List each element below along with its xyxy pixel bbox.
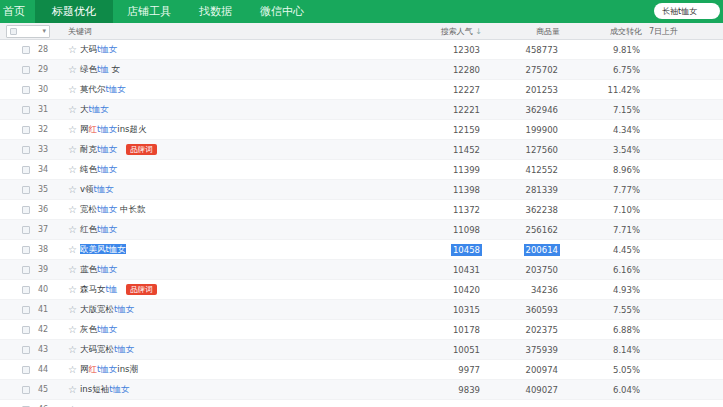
row-checkbox[interactable]: [22, 326, 30, 334]
table-row[interactable]: 43☆大码宽松t恤女100513759398.14%: [0, 340, 723, 360]
star-icon[interactable]: ☆: [68, 205, 77, 215]
row-rank: 31: [38, 105, 68, 114]
column-header-seven-day[interactable]: 7日上升: [642, 26, 723, 37]
star-icon[interactable]: ☆: [68, 385, 77, 395]
row-checkbox[interactable]: [22, 266, 30, 274]
keyword-link[interactable]: ins短袖t恤女: [80, 384, 130, 396]
popularity-cell-value: 11399: [451, 164, 482, 176]
keyword-link[interactable]: v领t恤女: [80, 184, 114, 196]
keyword-link[interactable]: 大t恤女: [80, 104, 109, 116]
table-row[interactable]: 28☆大码t恤女123034587739.81%: [0, 40, 723, 60]
row-checkbox[interactable]: [22, 146, 30, 154]
keyword-search-input[interactable]: [654, 3, 720, 19]
star-icon[interactable]: ☆: [68, 305, 77, 315]
row-checkbox[interactable]: [22, 246, 30, 254]
table-row[interactable]: 46☆: [0, 400, 723, 407]
star-icon[interactable]: ☆: [68, 345, 77, 355]
table-row[interactable]: 31☆大t恤女122213629467.15%: [0, 100, 723, 120]
keyword-link[interactable]: 红色t恤女: [80, 224, 117, 236]
conversion-value: 9.81%: [611, 44, 642, 56]
keyword-link[interactable]: 网红t恤女ins潮: [80, 364, 138, 376]
star-icon[interactable]: ☆: [68, 325, 77, 335]
column-header-conversion[interactable]: 成交转化: [560, 26, 642, 37]
row-checkbox[interactable]: [22, 366, 30, 374]
keyword-link[interactable]: 大版宽松t恤女: [80, 304, 134, 316]
row-checkbox[interactable]: [22, 46, 30, 54]
table-row[interactable]: 37☆红色t恤女110982561627.71%: [0, 220, 723, 240]
table-row[interactable]: 45☆ins短袖t恤女98394090276.04%: [0, 380, 723, 400]
table-row[interactable]: 33☆耐克t恤女品牌词114521275603.54%: [0, 140, 723, 160]
keyword-link[interactable]: 纯色t恤女: [80, 164, 117, 176]
star-icon[interactable]: ☆: [68, 265, 77, 275]
table-row[interactable]: 30☆莫代尔t恤女1222720125311.42%: [0, 80, 723, 100]
star-icon[interactable]: ☆: [68, 245, 77, 255]
star-icon[interactable]: ☆: [68, 145, 77, 155]
row-checkbox[interactable]: [22, 106, 30, 114]
select-all-dropdown[interactable]: ▾: [6, 25, 50, 38]
row-checkbox[interactable]: [22, 86, 30, 94]
table-row[interactable]: 35☆v领t恤女113982813397.77%: [0, 180, 723, 200]
sort-descending-icon[interactable]: ↓: [475, 27, 482, 36]
nav-item-find-data[interactable]: 找数据: [185, 0, 246, 23]
row-checkbox[interactable]: [22, 306, 30, 314]
star-icon[interactable]: ☆: [68, 65, 77, 75]
row-checkbox[interactable]: [22, 66, 30, 74]
products-cell-value: 362946: [524, 104, 560, 116]
row-rank: 37: [38, 225, 68, 234]
select-all-checkbox[interactable]: [10, 28, 17, 35]
keyword-link[interactable]: 大码宽松t恤女: [80, 344, 134, 356]
keyword-link[interactable]: 宽松t恤女 中长款: [80, 204, 146, 216]
table-row[interactable]: 42☆灰色t恤女101782023756.88%: [0, 320, 723, 340]
keyword-link[interactable]: 欧美风t恤女: [80, 244, 126, 256]
table-row[interactable]: 36☆宽松t恤女 中长款113723622387.10%: [0, 200, 723, 220]
table-row[interactable]: 44☆网红t恤女ins潮99772009745.05%: [0, 360, 723, 380]
conversion-cell: 11.42%: [560, 85, 642, 95]
popularity-cell: 11399: [382, 165, 482, 175]
nav-item-wechat-center[interactable]: 微信中心: [246, 0, 318, 23]
row-checkbox[interactable]: [22, 346, 30, 354]
table-row[interactable]: 29☆绿色t恤 女122802757026.75%: [0, 60, 723, 80]
nav-item-shop-tools[interactable]: 店铺工具: [113, 0, 185, 23]
products-cell: 199900: [482, 125, 560, 135]
row-checkbox[interactable]: [22, 386, 30, 394]
popularity-cell-value: 10458: [451, 244, 482, 256]
star-icon[interactable]: ☆: [68, 365, 77, 375]
keyword-link[interactable]: 绿色t恤 女: [80, 64, 120, 76]
table-row[interactable]: 40☆森马女t恤品牌词10420342364.93%: [0, 280, 723, 300]
column-header-products[interactable]: 商品量: [482, 26, 560, 37]
nav-item-home[interactable]: 首页: [0, 0, 35, 23]
keyword-link[interactable]: 耐克t恤女: [80, 144, 117, 156]
star-icon[interactable]: ☆: [68, 45, 77, 55]
table-row[interactable]: 39☆蓝色t恤女104312037506.16%: [0, 260, 723, 280]
keyword-link[interactable]: 莫代尔t恤女: [80, 84, 126, 96]
row-checkbox[interactable]: [22, 186, 30, 194]
star-icon[interactable]: ☆: [68, 165, 77, 175]
table-row[interactable]: 41☆大版宽松t恤女103153605937.55%: [0, 300, 723, 320]
row-checkbox[interactable]: [22, 206, 30, 214]
star-icon[interactable]: ☆: [68, 85, 77, 95]
popularity-cell: 11372: [382, 205, 482, 215]
star-icon[interactable]: ☆: [68, 185, 77, 195]
row-checkbox[interactable]: [22, 166, 30, 174]
conversion-value: 4.34%: [611, 124, 642, 136]
keyword-link[interactable]: 蓝色t恤女: [80, 264, 117, 276]
star-icon[interactable]: ☆: [68, 285, 77, 295]
table-row[interactable]: 34☆纯色t恤女113994125528.96%: [0, 160, 723, 180]
keyword-link[interactable]: 网红t恤女ins超火: [80, 124, 147, 136]
star-icon[interactable]: ☆: [68, 225, 77, 235]
keyword-link[interactable]: 森马女t恤: [80, 284, 117, 296]
star-icon[interactable]: ☆: [68, 105, 77, 115]
nav-item-title-optimize[interactable]: 标题优化: [35, 0, 113, 23]
keyword-link[interactable]: 灰色t恤女: [80, 324, 117, 336]
keyword-link[interactable]: 大码t恤女: [80, 44, 117, 56]
row-checkbox[interactable]: [22, 286, 30, 294]
popularity-cell-value: 12159: [451, 124, 482, 136]
table-row[interactable]: 32☆网红t恤女ins超火121591999004.34%: [0, 120, 723, 140]
popularity-cell-value: 9839: [456, 384, 482, 396]
row-checkbox[interactable]: [22, 226, 30, 234]
star-icon[interactable]: ☆: [68, 125, 77, 135]
popularity-header-label: 搜索人气: [441, 27, 473, 36]
column-header-popularity[interactable]: 搜索人气 ↓: [382, 26, 482, 37]
table-row[interactable]: 38☆欧美风t恤女104582006144.45%: [0, 240, 723, 260]
row-checkbox[interactable]: [22, 126, 30, 134]
